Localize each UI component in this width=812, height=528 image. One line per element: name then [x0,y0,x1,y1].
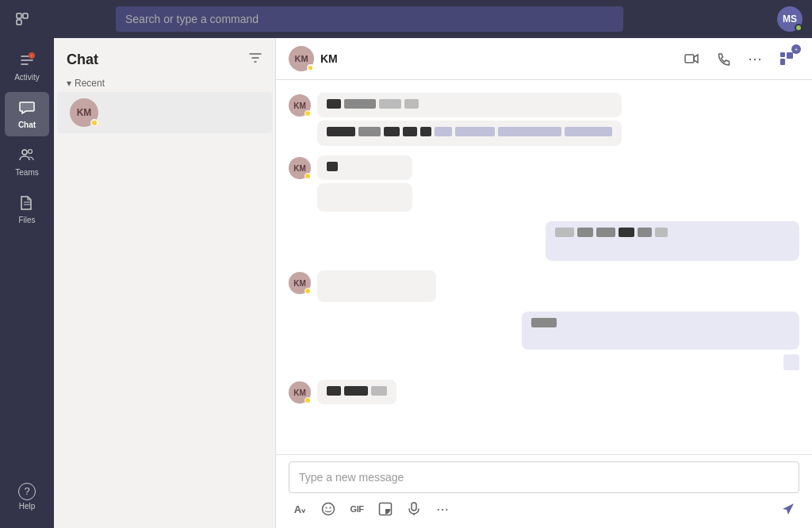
svg-rect-17 [412,503,416,511]
chat-icon [18,99,36,119]
user-avatar[interactable]: MS [777,6,802,32]
messages-scroll[interactable]: KM [276,80,812,454]
bubble-content [546,221,799,261]
message-row: KM [289,270,799,302]
user-status-dot [795,24,802,32]
svg-rect-12 [780,59,785,65]
video-call-button[interactable] [679,46,704,71]
svg-point-15 [330,507,331,509]
phone-call-button[interactable] [710,46,736,71]
bubble-content [317,270,436,302]
sidebar-item-files[interactable]: Files [5,187,49,231]
toolbar-icons: Aᵥ GIF [289,493,799,522]
help-icon: ? [18,483,36,500]
message-bubble [317,155,412,180]
sidebar-item-chat[interactable]: Chat [5,92,49,136]
contact-avatar: KM [70,98,98,127]
message-bubble [317,380,396,404]
svg-text:!: ! [31,54,32,59]
sidebar-item-label-chat: Chat [18,121,36,129]
message-bubble [317,93,622,117]
contact-presence-dot [90,119,98,127]
sidebar-item-help[interactable]: ? Help [5,477,49,522]
input-area: Aᵥ GIF [276,454,812,528]
expand-icon[interactable] [10,6,35,32]
sidebar-item-label-activity: Activity [14,73,40,82]
bubble-content [317,380,396,404]
sidebar: ! Activity Chat Teams [0,38,54,528]
topbar: MS [0,0,812,38]
sidebar-item-label-files: Files [18,216,35,224]
svg-rect-2 [17,20,21,25]
send-button[interactable] [777,498,799,520]
chat-list-item[interactable]: KM [57,92,272,133]
svg-rect-10 [780,52,785,57]
message-header: KM KM ⋯ [276,38,812,80]
chat-panel-header: Chat [54,38,275,75]
search-input[interactable] [125,13,614,25]
svg-point-14 [326,507,327,509]
message-row: KM [289,380,799,404]
bubble-avatar: KM [289,157,311,179]
message-contact-name: KM [320,52,338,65]
message-bubble [546,221,799,261]
format-text-button[interactable]: Aᵥ [289,498,311,520]
header-actions: ⋯ + [679,46,799,71]
bubble-content [317,155,412,212]
bubble-presence [304,397,311,404]
svg-rect-0 [17,13,21,18]
bubble-avatar: KM [289,381,311,404]
message-input[interactable] [299,471,789,484]
svg-rect-11 [787,52,793,59]
main-layout: ! Activity Chat Teams [0,38,812,528]
sidebar-item-activity[interactable]: ! Activity [5,44,49,89]
message-row [289,221,799,261]
message-bubble [317,121,622,146]
message-row: KM [289,93,799,146]
activity-icon: ! [18,52,36,71]
message-input-box[interactable] [289,461,799,493]
svg-rect-9 [685,55,694,63]
search-bar[interactable] [116,6,623,32]
audio-button[interactable] [403,498,425,520]
message-contact-avatar: KM [289,46,314,71]
teams-icon [18,147,36,166]
bubble-presence [304,288,311,294]
emoji-button[interactable] [317,498,339,520]
message-row: KM [289,155,799,212]
sidebar-item-teams[interactable]: Teams [5,140,49,184]
chat-panel-title: Chat [67,52,98,68]
bubble-content [317,93,622,146]
more-options-button[interactable]: ⋯ [742,46,768,71]
attachment-thumb [783,354,799,370]
message-bubble [317,183,412,212]
bubble-presence [304,110,311,117]
bubble-avatar: KM [289,94,311,117]
message-presence-dot [307,64,314,71]
bubble-avatar: KM [289,272,311,294]
chat-panel: Chat ▾ Recent KM [54,38,276,528]
message-row [289,312,799,370]
sidebar-item-label-help: Help [19,502,36,511]
message-bubble [522,312,799,350]
message-bubble [317,270,436,302]
svg-point-5 [22,150,27,155]
sidebar-item-label-teams: Teams [15,168,38,177]
message-area: KM KM ⋯ [276,38,812,528]
filter-icon[interactable] [248,51,262,68]
bubble-content [522,312,799,370]
files-icon [18,194,36,214]
sticker-button[interactable] [374,498,396,520]
gif-button[interactable]: GIF [346,498,368,520]
svg-point-6 [29,150,33,154]
apps-button[interactable]: + [774,46,799,71]
recent-section-label[interactable]: ▾ Recent [54,75,275,92]
svg-point-13 [323,503,335,515]
more-options-toolbar-button[interactable]: ⋯ [431,498,454,520]
svg-rect-1 [23,13,28,18]
bubble-presence [304,173,311,179]
